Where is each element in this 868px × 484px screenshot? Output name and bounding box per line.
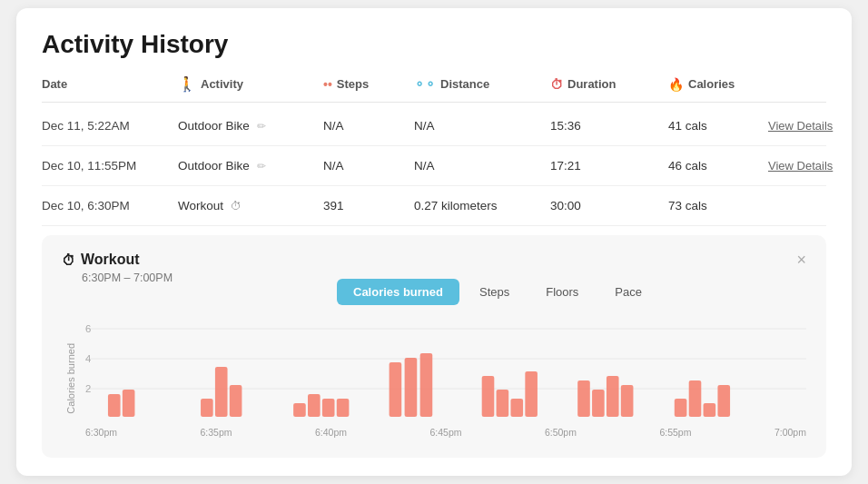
- row2-date: Dec 10, 11:55PM: [42, 159, 178, 173]
- tab-pace[interactable]: Pace: [598, 279, 658, 305]
- table-row: Dec 11, 5:22AM Outdoor Bike ✏ N/A N/A 15…: [42, 106, 826, 146]
- row2-steps: N/A: [323, 159, 414, 173]
- svg-rect-22: [577, 380, 590, 417]
- x-label-0: 6:30pm: [85, 427, 117, 438]
- svg-rect-18: [482, 376, 495, 417]
- svg-rect-29: [717, 385, 730, 417]
- svg-rect-15: [390, 362, 402, 417]
- col-steps: •• Steps: [323, 75, 414, 93]
- chart-tabs: Calories burned Steps Floors Pace: [337, 279, 658, 305]
- workout-detail-header: ⏱ Workout 6:30PM – 7:00PM × Calories bur…: [62, 252, 806, 316]
- row3-duration: 30:00: [550, 199, 668, 212]
- svg-rect-26: [675, 399, 687, 417]
- row1-steps: N/A: [323, 119, 414, 133]
- svg-rect-24: [607, 376, 619, 417]
- steps-icon: ••: [323, 77, 332, 92]
- row1-view-details[interactable]: View Details: [768, 119, 868, 133]
- chart-svg: 6 4 2: [85, 320, 806, 420]
- workout-detail-card: ⏱ Workout 6:30PM – 7:00PM × Calories bur…: [42, 235, 826, 458]
- row3-date: Dec 10, 6:30PM: [42, 199, 178, 212]
- row3-calories: 73 cals: [668, 199, 768, 212]
- row2-distance: N/A: [414, 159, 550, 173]
- row2-duration: 17:21: [550, 159, 668, 173]
- tab-steps[interactable]: Steps: [463, 279, 526, 305]
- y-axis-label: Calories burned: [62, 343, 76, 414]
- col-calories: 🔥 Calories: [668, 75, 768, 93]
- row1-duration: 15:36: [550, 119, 668, 133]
- svg-rect-7: [123, 390, 135, 417]
- edit-icon[interactable]: ✏: [257, 160, 266, 173]
- tab-floors[interactable]: Floors: [529, 279, 595, 305]
- svg-text:2: 2: [85, 384, 91, 394]
- svg-rect-6: [108, 394, 121, 417]
- svg-rect-13: [322, 399, 335, 417]
- svg-rect-12: [308, 394, 321, 417]
- col-distance: ⚬⚬ Distance: [414, 75, 550, 93]
- x-label-3: 6:45pm: [429, 427, 461, 438]
- clock-icon: ⏱: [231, 200, 242, 212]
- table-row: Dec 10, 11:55PM Outdoor Bike ✏ N/A N/A 1…: [42, 146, 826, 186]
- table-header: Date 🚶 Activity •• Steps ⚬⚬ Distance ⏱ D…: [42, 75, 826, 103]
- table-row: Dec 10, 6:30PM Workout ⏱ 391 0.27 kilome…: [42, 186, 826, 226]
- svg-rect-20: [510, 399, 523, 417]
- row2-activity: Outdoor Bike ✏: [178, 159, 323, 173]
- row2-view-details[interactable]: View Details: [768, 159, 868, 173]
- svg-text:6: 6: [85, 324, 91, 334]
- row1-calories: 41 cals: [668, 119, 768, 133]
- row3-distance: 0.27 kilometers: [414, 199, 550, 212]
- svg-text:4: 4: [85, 354, 91, 364]
- row1-distance: N/A: [414, 119, 550, 133]
- duration-icon: ⏱: [550, 77, 563, 92]
- row2-calories: 46 cals: [668, 159, 768, 173]
- svg-rect-14: [337, 399, 350, 417]
- row1-date: Dec 11, 5:22AM: [42, 119, 178, 133]
- col-duration: ⏱ Duration: [550, 75, 668, 93]
- svg-rect-25: [621, 385, 634, 417]
- svg-rect-11: [293, 403, 306, 417]
- svg-rect-8: [201, 399, 213, 417]
- activity-icon: 🚶: [178, 75, 196, 93]
- page-title: Activity History: [42, 30, 826, 59]
- x-label-4: 6:50pm: [545, 427, 577, 438]
- row1-activity: Outdoor Bike ✏: [178, 119, 323, 133]
- x-label-1: 6:35pm: [200, 427, 232, 438]
- workout-time: 6:30PM – 7:00PM: [82, 272, 207, 284]
- svg-rect-10: [230, 385, 242, 417]
- workout-icon: ⏱: [62, 252, 75, 268]
- svg-rect-28: [704, 403, 716, 417]
- svg-rect-27: [689, 380, 702, 417]
- activity-history-card: Activity History Date 🚶 Activity •• Step…: [16, 8, 852, 476]
- svg-rect-9: [215, 367, 228, 417]
- svg-rect-23: [592, 390, 605, 417]
- col-activity: 🚶 Activity: [178, 75, 323, 93]
- chart-container: 6 4 2: [85, 320, 806, 438]
- row3-activity: Workout ⏱: [178, 199, 323, 212]
- svg-rect-21: [525, 371, 538, 417]
- close-button[interactable]: ×: [796, 252, 806, 268]
- col-date: Date: [42, 75, 178, 93]
- workout-title: ⏱ Workout: [62, 252, 207, 268]
- x-labels: 6:30pm 6:35pm 6:40pm 6:45pm 6:50pm 6:55p…: [85, 423, 806, 438]
- col-action: [768, 75, 868, 93]
- row3-steps: 391: [323, 199, 414, 212]
- calories-icon: 🔥: [668, 77, 684, 92]
- x-label-2: 6:40pm: [315, 427, 347, 438]
- chart-area: Calories burned 6 4 2: [62, 320, 806, 438]
- workout-info: ⏱ Workout 6:30PM – 7:00PM: [62, 252, 207, 284]
- svg-rect-16: [405, 358, 418, 417]
- tab-calories-burned[interactable]: Calories burned: [337, 279, 459, 305]
- svg-rect-17: [420, 353, 433, 417]
- edit-icon[interactable]: ✏: [257, 120, 266, 133]
- svg-rect-19: [497, 390, 509, 417]
- distance-icon: ⚬⚬: [414, 77, 436, 92]
- x-label-5: 6:55pm: [659, 427, 691, 438]
- x-label-6: 7:00pm: [774, 427, 806, 438]
